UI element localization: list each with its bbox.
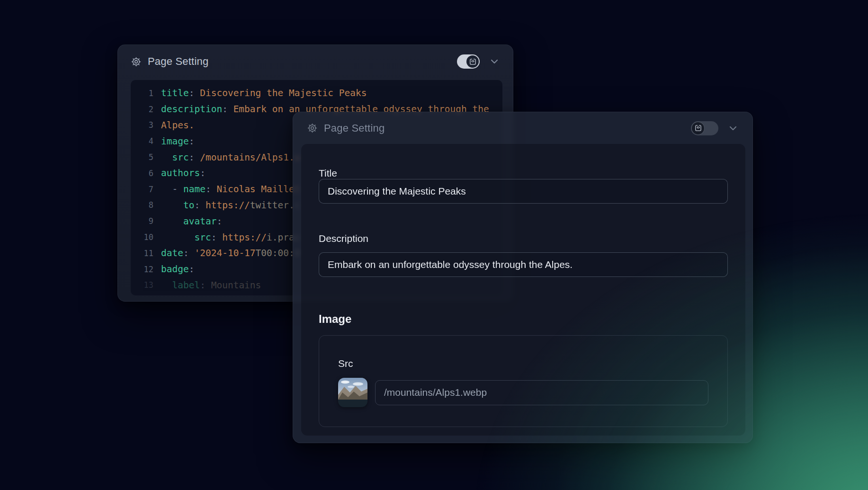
gear-icon (131, 56, 142, 67)
src-row (338, 378, 708, 407)
panel-header: Page Setting (293, 112, 752, 144)
code-line-text: - name: Nicolas Maillet (161, 184, 300, 195)
line-number: 4 (131, 136, 161, 146)
title-input[interactable] (319, 179, 728, 204)
code-row: 1title: Discovering the Majestic Peaks (131, 85, 502, 101)
image-group-box: Src (319, 335, 728, 427)
chevron-down-icon[interactable] (489, 56, 500, 67)
code-square-icon (695, 125, 702, 132)
code-line-text: to: https://twitter.c (161, 200, 300, 211)
panel-header: Page Setting (118, 45, 513, 78)
code-line-text: src: /mountains/Alps1.w (161, 152, 300, 163)
code-view-toggle[interactable] (457, 54, 480, 69)
page-setting-form: Title Description Image Src (301, 144, 745, 436)
code-line-text: date: '2024-10-17T00:00:0 (161, 248, 300, 258)
line-number: 13 (131, 280, 161, 290)
line-number: 3 (131, 120, 161, 130)
page-setting-panel-form: Page Setting Title Description Image (293, 112, 753, 443)
page-background: Page Setting 1title: Discovering the Maj… (0, 0, 868, 490)
image-src-input[interactable] (375, 380, 708, 405)
code-line-text: label: Mountains (161, 280, 261, 291)
src-field-label: Src (338, 358, 708, 369)
title-field-label: Title (319, 168, 728, 179)
gear-icon (307, 123, 318, 134)
line-number: 5 (131, 152, 161, 162)
code-line-text: src: https://i.prav (161, 232, 300, 243)
mountain-thumbnail (338, 378, 367, 407)
line-number: 2 (131, 105, 161, 114)
chevron-down-icon[interactable] (727, 123, 739, 134)
description-input[interactable] (319, 252, 728, 277)
toggle-knob (692, 122, 704, 134)
line-number: 8 (131, 200, 161, 210)
image-section-heading: Image (319, 312, 728, 326)
line-number: 1 (131, 89, 161, 98)
code-line-text: image: (161, 136, 194, 147)
line-number: 12 (131, 265, 161, 274)
line-number: 6 (131, 169, 161, 178)
code-line-text: badge: (161, 264, 194, 275)
panel-title: Page Setting (324, 122, 385, 134)
code-view-toggle[interactable] (691, 121, 718, 135)
code-line-text: avatar: (161, 216, 222, 227)
line-number: 11 (131, 249, 161, 258)
toggle-knob (466, 55, 479, 68)
description-field-label: Description (319, 233, 728, 244)
panel-title: Page Setting (148, 55, 208, 68)
code-line-text: authors: (161, 168, 206, 178)
code-square-icon (469, 58, 476, 65)
code-line-text: Alpes. (161, 120, 194, 131)
code-line-text: title: Discovering the Majestic Peaks (161, 88, 367, 98)
line-number: 7 (131, 185, 161, 194)
line-number: 9 (131, 216, 161, 226)
line-number: 10 (131, 232, 161, 242)
